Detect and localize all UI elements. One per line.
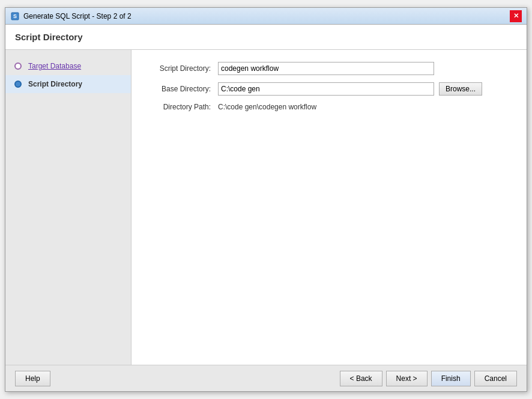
close-button[interactable]: ✕ xyxy=(510,10,522,22)
help-button[interactable]: Help xyxy=(15,371,50,386)
directory-path-row: Directory Path: C:\code gen\codegen work… xyxy=(146,103,512,111)
sidebar-item-target-database[interactable]: Target Database xyxy=(5,57,131,75)
base-directory-row: Base Directory: Browse... xyxy=(146,82,512,96)
main-window: S Generate SQL Script - Step 2 of 2 ✕ Sc… xyxy=(5,7,527,392)
back-button[interactable]: < Back xyxy=(340,371,382,386)
footer: Help < Back Next > Finish Cancel xyxy=(5,365,527,391)
main-panel: Script Directory: Base Directory: Browse… xyxy=(131,50,527,365)
page-header: Script Directory xyxy=(5,25,527,50)
app-icon: S xyxy=(10,11,20,21)
title-bar-text: Generate SQL Script - Step 2 of 2 xyxy=(23,12,510,20)
sidebar-item-label-script-directory: Script Directory xyxy=(28,80,82,88)
next-button[interactable]: Next > xyxy=(386,371,428,386)
content-area: Target Database Script Directory Script … xyxy=(5,50,527,365)
footer-right: < Back Next > Finish Cancel xyxy=(340,371,517,386)
script-directory-row: Script Directory: xyxy=(146,62,512,75)
sidebar-item-script-directory[interactable]: Script Directory xyxy=(5,75,131,93)
cancel-button[interactable]: Cancel xyxy=(474,371,517,386)
sidebar: Target Database Script Directory xyxy=(5,50,131,365)
base-directory-label: Base Directory: xyxy=(146,85,218,93)
footer-left: Help xyxy=(15,371,340,386)
directory-path-value: C:\code gen\codegen workflow xyxy=(218,103,316,111)
finish-button[interactable]: Finish xyxy=(431,371,471,386)
title-bar: S Generate SQL Script - Step 2 of 2 ✕ xyxy=(5,8,527,25)
browse-button[interactable]: Browse... xyxy=(439,82,482,96)
directory-path-label: Directory Path: xyxy=(146,103,218,111)
script-directory-icon xyxy=(13,79,23,90)
base-directory-input[interactable] xyxy=(218,82,434,96)
script-directory-input[interactable] xyxy=(218,62,434,75)
script-directory-label: Script Directory: xyxy=(146,64,218,73)
sidebar-item-label-target-database: Target Database xyxy=(28,62,81,70)
svg-text:S: S xyxy=(13,13,17,19)
page-title: Script Directory xyxy=(15,32,517,42)
target-database-icon xyxy=(13,61,23,72)
